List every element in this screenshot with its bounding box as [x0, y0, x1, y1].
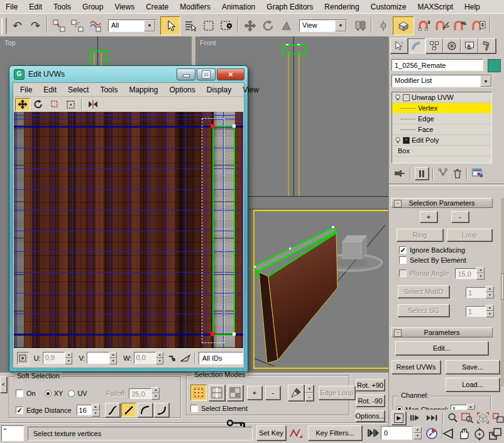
time-configuration-icon[interactable] [425, 427, 439, 440]
toolbar-drag-handle[interactable] [1, 18, 7, 34]
u-spinner[interactable]: ▲▼ [65, 352, 72, 364]
tab-hierarchy[interactable] [425, 38, 443, 53]
face-mode-button[interactable] [227, 385, 243, 401]
menu-graph-editors[interactable]: Graph Editors [261, 1, 319, 13]
remove-modifier-icon[interactable] [452, 168, 463, 179]
menu-rendering[interactable]: Rendering [319, 1, 364, 13]
rectangular-selection-region-button[interactable] [200, 18, 217, 34]
angle-snap-button[interactable] [434, 18, 451, 34]
viewport-perspective[interactable] [253, 210, 390, 369]
falloff-linear-button[interactable] [121, 403, 136, 417]
menu-create[interactable]: Create [140, 1, 174, 13]
panel-scrollbar[interactable] [501, 198, 504, 386]
play-animation-button[interactable]: ▶ [392, 411, 406, 425]
bind-to-space-warp-button[interactable] [87, 18, 104, 34]
shrink-selection-button[interactable]: - [451, 211, 469, 222]
show-end-result-button[interactable] [415, 167, 429, 180]
field-of-view-icon[interactable] [442, 428, 455, 439]
w-spinner[interactable]: ▲▼ [156, 352, 163, 364]
front-selected-cap[interactable] [282, 45, 306, 55]
ring-button[interactable]: Ring [397, 229, 443, 241]
window-crossing-toggle-button[interactable] [218, 18, 235, 34]
v-field[interactable] [87, 352, 109, 364]
select-sg-button[interactable]: Select SG [398, 304, 449, 317]
rollout-collapse-icon[interactable]: - [394, 329, 402, 337]
planar-angle-spinner[interactable]: ▲▼ [476, 267, 485, 280]
close-button[interactable]: ✕ [217, 68, 244, 80]
select-and-manipulate-button[interactable] [375, 18, 392, 34]
uv-freeform-button[interactable] [63, 96, 79, 112]
falloff-field[interactable]: 25,0 [129, 388, 151, 399]
planar-angle-checkbox[interactable] [399, 270, 407, 277]
uv-menu-mapping[interactable]: Mapping [123, 84, 163, 96]
grow-uv-selection-button[interactable]: + [247, 386, 262, 400]
set-key-button[interactable]: Set Key [256, 425, 286, 440]
selection-filter-dropdown[interactable]: All ▼ [108, 19, 156, 32]
soft-selection-on-checkbox[interactable] [16, 390, 23, 397]
menu-edit[interactable]: Edit [23, 1, 48, 13]
viewport-top-label[interactable]: Top [4, 39, 16, 46]
uv-mirror-button[interactable] [85, 96, 101, 112]
lock-selected-icon[interactable] [167, 353, 177, 363]
go-to-end-icon[interactable] [426, 413, 439, 422]
grow-selection-button[interactable]: + [420, 211, 437, 222]
rotate-minus-90-button[interactable]: Rot. -90 [356, 395, 385, 407]
menu-tools[interactable]: Tools [48, 1, 77, 13]
v-spinner[interactable]: ▲▼ [109, 352, 117, 364]
falloff-slow-button[interactable] [138, 403, 153, 417]
scrollbar-thumb[interactable] [501, 273, 504, 300]
reference-coordsys-dropdown[interactable]: View ▼ [299, 19, 347, 32]
minimize-button[interactable] [177, 68, 195, 80]
sg-field[interactable]: 1 [466, 306, 486, 317]
select-and-rotate-button[interactable] [260, 18, 277, 34]
frame-spinner[interactable]: ▲▼ [414, 427, 422, 439]
w-field[interactable]: 0,0 [134, 352, 156, 364]
key-mode-toggle-icon[interactable] [367, 429, 380, 437]
make-unique-icon[interactable] [437, 168, 449, 179]
edit-uvws-dialog[interactable]: G Edit UVWs ✕ File Edit Select Tools Map… [9, 65, 248, 372]
percent-snap-button[interactable]: % [452, 18, 469, 34]
menu-help[interactable]: Help [459, 1, 486, 13]
rollout-collapse-icon[interactable]: - [394, 200, 402, 207]
select-and-link-button[interactable] [50, 18, 67, 34]
rotate-plus-90-button[interactable]: Rot. +90 [356, 379, 385, 391]
configure-modifier-sets-icon[interactable] [472, 168, 485, 179]
key-filters-button[interactable]: Key Filters... [308, 425, 362, 440]
snaps-toggle-button[interactable] [393, 16, 414, 35]
object-name-field[interactable]: 1_0256_Remate [392, 59, 483, 71]
paint-select-button[interactable] [288, 385, 304, 401]
select-and-scale-button[interactable] [278, 18, 295, 34]
edge-mode-button[interactable] [209, 385, 225, 401]
zoom-region-icon[interactable] [461, 412, 474, 424]
falloff-spinner[interactable]: ▲▼ [151, 387, 160, 400]
selected-uv-faces[interactable] [212, 126, 235, 336]
select-by-name-button[interactable] [182, 18, 199, 34]
pan-hand-icon[interactable] [457, 427, 471, 440]
matid-spinner[interactable]: ▲▼ [486, 286, 494, 298]
tab-display[interactable] [461, 38, 478, 53]
object-color-swatch[interactable] [488, 59, 501, 72]
edge-distance-spinner[interactable]: ▲▼ [92, 404, 100, 417]
uv-menu-edit[interactable]: Edit [38, 84, 62, 96]
maximize-viewport-toggle-icon[interactable] [488, 427, 502, 441]
shrink-uv-selection-button[interactable]: - [265, 386, 280, 400]
menu-group[interactable]: Group [77, 1, 109, 13]
redo-button[interactable]: ↷ [27, 18, 44, 34]
vertex-mode-button[interactable] [190, 385, 207, 401]
sg-spinner[interactable]: ▲▼ [486, 305, 494, 317]
u-field[interactable]: 0,9 [43, 352, 65, 364]
tab-modify[interactable] [408, 38, 425, 53]
ignore-backfacing-checkbox[interactable]: ✓ [399, 246, 407, 254]
selected-vertex[interactable] [211, 332, 215, 336]
paint-grow-button[interactable]: + [305, 385, 314, 393]
arc-rotate-icon[interactable] [473, 427, 486, 441]
uv-menu-select[interactable]: Select [62, 84, 94, 96]
selected-vertex[interactable] [211, 124, 215, 128]
tab-motion[interactable] [443, 38, 461, 53]
planar-angle-field[interactable]: 15,0 [455, 268, 476, 279]
modifier-list-dropdown[interactable]: Modifier List ▼ [392, 75, 492, 87]
uv-menu-tools[interactable]: Tools [94, 84, 123, 96]
menu-views[interactable]: Views [109, 1, 140, 13]
unlink-button[interactable] [68, 18, 85, 34]
zoom-icon[interactable] [447, 412, 459, 424]
